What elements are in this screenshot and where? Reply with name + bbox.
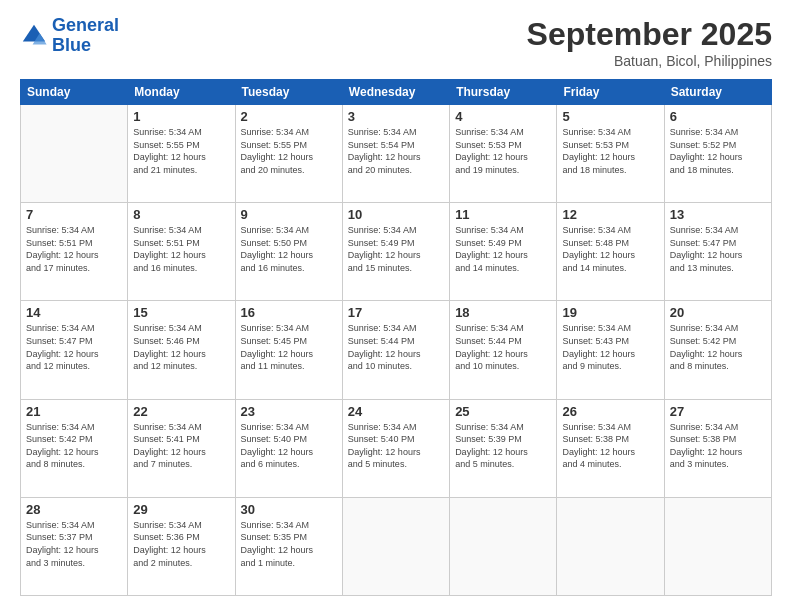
day-info: Sunrise: 5:34 AM Sunset: 5:55 PM Dayligh… <box>241 126 337 176</box>
title-block: September 2025 Batuan, Bicol, Philippine… <box>527 16 772 69</box>
day-info: Sunrise: 5:34 AM Sunset: 5:46 PM Dayligh… <box>133 322 229 372</box>
day-number: 10 <box>348 207 444 222</box>
day-header-sunday: Sunday <box>21 80 128 105</box>
calendar-subtitle: Batuan, Bicol, Philippines <box>527 53 772 69</box>
logo: General Blue <box>20 16 119 56</box>
day-info: Sunrise: 5:34 AM Sunset: 5:37 PM Dayligh… <box>26 519 122 569</box>
calendar-week-row: 28Sunrise: 5:34 AM Sunset: 5:37 PM Dayli… <box>21 497 772 595</box>
day-number: 24 <box>348 404 444 419</box>
day-header-saturday: Saturday <box>664 80 771 105</box>
day-number: 3 <box>348 109 444 124</box>
calendar-cell: 4Sunrise: 5:34 AM Sunset: 5:53 PM Daylig… <box>450 105 557 203</box>
calendar-cell: 3Sunrise: 5:34 AM Sunset: 5:54 PM Daylig… <box>342 105 449 203</box>
calendar-cell: 2Sunrise: 5:34 AM Sunset: 5:55 PM Daylig… <box>235 105 342 203</box>
calendar-cell: 20Sunrise: 5:34 AM Sunset: 5:42 PM Dayli… <box>664 301 771 399</box>
day-info: Sunrise: 5:34 AM Sunset: 5:42 PM Dayligh… <box>670 322 766 372</box>
day-info: Sunrise: 5:34 AM Sunset: 5:49 PM Dayligh… <box>348 224 444 274</box>
day-info: Sunrise: 5:34 AM Sunset: 5:40 PM Dayligh… <box>348 421 444 471</box>
day-info: Sunrise: 5:34 AM Sunset: 5:49 PM Dayligh… <box>455 224 551 274</box>
calendar-week-row: 21Sunrise: 5:34 AM Sunset: 5:42 PM Dayli… <box>21 399 772 497</box>
day-number: 29 <box>133 502 229 517</box>
day-info: Sunrise: 5:34 AM Sunset: 5:44 PM Dayligh… <box>348 322 444 372</box>
calendar-week-row: 1Sunrise: 5:34 AM Sunset: 5:55 PM Daylig… <box>21 105 772 203</box>
day-number: 2 <box>241 109 337 124</box>
day-number: 30 <box>241 502 337 517</box>
day-info: Sunrise: 5:34 AM Sunset: 5:53 PM Dayligh… <box>455 126 551 176</box>
calendar-cell: 26Sunrise: 5:34 AM Sunset: 5:38 PM Dayli… <box>557 399 664 497</box>
calendar-cell: 6Sunrise: 5:34 AM Sunset: 5:52 PM Daylig… <box>664 105 771 203</box>
calendar-cell: 16Sunrise: 5:34 AM Sunset: 5:45 PM Dayli… <box>235 301 342 399</box>
calendar-cell: 15Sunrise: 5:34 AM Sunset: 5:46 PM Dayli… <box>128 301 235 399</box>
logo-text: General Blue <box>52 16 119 56</box>
day-header-thursday: Thursday <box>450 80 557 105</box>
calendar-cell: 8Sunrise: 5:34 AM Sunset: 5:51 PM Daylig… <box>128 203 235 301</box>
day-info: Sunrise: 5:34 AM Sunset: 5:53 PM Dayligh… <box>562 126 658 176</box>
calendar-cell: 30Sunrise: 5:34 AM Sunset: 5:35 PM Dayli… <box>235 497 342 595</box>
day-number: 13 <box>670 207 766 222</box>
day-info: Sunrise: 5:34 AM Sunset: 5:50 PM Dayligh… <box>241 224 337 274</box>
day-number: 15 <box>133 305 229 320</box>
calendar-cell: 27Sunrise: 5:34 AM Sunset: 5:38 PM Dayli… <box>664 399 771 497</box>
calendar-cell: 29Sunrise: 5:34 AM Sunset: 5:36 PM Dayli… <box>128 497 235 595</box>
calendar-cell: 18Sunrise: 5:34 AM Sunset: 5:44 PM Dayli… <box>450 301 557 399</box>
day-info: Sunrise: 5:34 AM Sunset: 5:47 PM Dayligh… <box>26 322 122 372</box>
calendar-header-row: SundayMondayTuesdayWednesdayThursdayFrid… <box>21 80 772 105</box>
day-number: 17 <box>348 305 444 320</box>
calendar-cell: 19Sunrise: 5:34 AM Sunset: 5:43 PM Dayli… <box>557 301 664 399</box>
logo-line2: Blue <box>52 35 91 55</box>
day-number: 5 <box>562 109 658 124</box>
calendar-title: September 2025 <box>527 16 772 53</box>
calendar-cell: 23Sunrise: 5:34 AM Sunset: 5:40 PM Dayli… <box>235 399 342 497</box>
day-info: Sunrise: 5:34 AM Sunset: 5:35 PM Dayligh… <box>241 519 337 569</box>
day-info: Sunrise: 5:34 AM Sunset: 5:48 PM Dayligh… <box>562 224 658 274</box>
day-number: 6 <box>670 109 766 124</box>
day-info: Sunrise: 5:34 AM Sunset: 5:52 PM Dayligh… <box>670 126 766 176</box>
day-number: 9 <box>241 207 337 222</box>
calendar-cell <box>450 497 557 595</box>
day-number: 28 <box>26 502 122 517</box>
calendar-cell: 9Sunrise: 5:34 AM Sunset: 5:50 PM Daylig… <box>235 203 342 301</box>
day-header-friday: Friday <box>557 80 664 105</box>
calendar-cell <box>342 497 449 595</box>
day-info: Sunrise: 5:34 AM Sunset: 5:36 PM Dayligh… <box>133 519 229 569</box>
calendar-week-row: 14Sunrise: 5:34 AM Sunset: 5:47 PM Dayli… <box>21 301 772 399</box>
day-number: 22 <box>133 404 229 419</box>
header: General Blue September 2025 Batuan, Bico… <box>20 16 772 69</box>
calendar-cell: 10Sunrise: 5:34 AM Sunset: 5:49 PM Dayli… <box>342 203 449 301</box>
day-number: 8 <box>133 207 229 222</box>
calendar-cell: 28Sunrise: 5:34 AM Sunset: 5:37 PM Dayli… <box>21 497 128 595</box>
day-info: Sunrise: 5:34 AM Sunset: 5:47 PM Dayligh… <box>670 224 766 274</box>
calendar-cell <box>21 105 128 203</box>
day-number: 25 <box>455 404 551 419</box>
day-number: 26 <box>562 404 658 419</box>
day-number: 16 <box>241 305 337 320</box>
day-info: Sunrise: 5:34 AM Sunset: 5:51 PM Dayligh… <box>133 224 229 274</box>
day-number: 11 <box>455 207 551 222</box>
day-number: 21 <box>26 404 122 419</box>
day-info: Sunrise: 5:34 AM Sunset: 5:42 PM Dayligh… <box>26 421 122 471</box>
day-header-monday: Monday <box>128 80 235 105</box>
day-number: 27 <box>670 404 766 419</box>
day-info: Sunrise: 5:34 AM Sunset: 5:38 PM Dayligh… <box>562 421 658 471</box>
day-number: 20 <box>670 305 766 320</box>
calendar-cell: 12Sunrise: 5:34 AM Sunset: 5:48 PM Dayli… <box>557 203 664 301</box>
calendar-cell: 21Sunrise: 5:34 AM Sunset: 5:42 PM Dayli… <box>21 399 128 497</box>
day-header-wednesday: Wednesday <box>342 80 449 105</box>
calendar-cell: 7Sunrise: 5:34 AM Sunset: 5:51 PM Daylig… <box>21 203 128 301</box>
calendar-cell: 17Sunrise: 5:34 AM Sunset: 5:44 PM Dayli… <box>342 301 449 399</box>
day-info: Sunrise: 5:34 AM Sunset: 5:41 PM Dayligh… <box>133 421 229 471</box>
day-number: 4 <box>455 109 551 124</box>
day-number: 14 <box>26 305 122 320</box>
day-number: 18 <box>455 305 551 320</box>
day-info: Sunrise: 5:34 AM Sunset: 5:40 PM Dayligh… <box>241 421 337 471</box>
calendar-cell <box>664 497 771 595</box>
day-info: Sunrise: 5:34 AM Sunset: 5:38 PM Dayligh… <box>670 421 766 471</box>
calendar-table: SundayMondayTuesdayWednesdayThursdayFrid… <box>20 79 772 596</box>
day-number: 23 <box>241 404 337 419</box>
day-info: Sunrise: 5:34 AM Sunset: 5:54 PM Dayligh… <box>348 126 444 176</box>
day-info: Sunrise: 5:34 AM Sunset: 5:45 PM Dayligh… <box>241 322 337 372</box>
day-info: Sunrise: 5:34 AM Sunset: 5:55 PM Dayligh… <box>133 126 229 176</box>
day-number: 1 <box>133 109 229 124</box>
calendar-cell: 1Sunrise: 5:34 AM Sunset: 5:55 PM Daylig… <box>128 105 235 203</box>
day-info: Sunrise: 5:34 AM Sunset: 5:51 PM Dayligh… <box>26 224 122 274</box>
